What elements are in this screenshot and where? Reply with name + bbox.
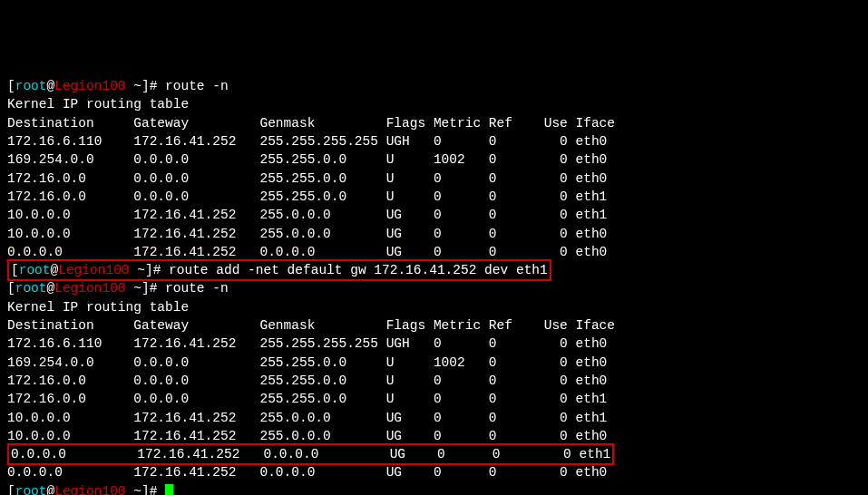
cmd-line-2-wrapper: [root@Legion100 ~]# route add -net defau…	[7, 261, 861, 279]
prompt-close: ]#	[141, 281, 165, 296]
table-header-2: Destination Gateway Genmask Flags Metric…	[7, 316, 861, 335]
prompt-close: ]#	[145, 263, 169, 277]
routing-table-heading-1: Kernel IP routing table	[7, 95, 861, 113]
prompt-at: @	[47, 79, 55, 93]
table-row: 172.16.0.0 0.0.0.0 255.255.0.0 U 0 0 0 e…	[7, 372, 861, 390]
table-row: 10.0.0.0 172.16.41.252 255.0.0.0 UG 0 0 …	[7, 206, 861, 224]
table-row: 169.254.0.0 0.0.0.0 255.255.0.0 U 1002 0…	[7, 150, 861, 169]
cursor-icon	[165, 484, 173, 495]
table-row: 169.254.0.0 0.0.0.0 255.255.0.0 U 1002 0…	[7, 354, 861, 372]
table-row: 172.16.0.0 0.0.0.0 255.255.0.0 U 0 0 0 e…	[7, 188, 861, 206]
prompt-open: [	[7, 79, 15, 93]
prompt-open: [	[7, 281, 15, 296]
prompt-at: @	[47, 281, 55, 296]
prompt-user: root	[15, 79, 47, 93]
cmd-line-1: [root@Legion100 ~]# route -n	[7, 77, 861, 95]
cmd-route-n-1: route -n	[165, 79, 229, 93]
prompt-dir: ~	[130, 263, 145, 277]
table-row: 172.16.6.110 172.16.41.252 255.255.255.2…	[7, 132, 861, 150]
prompt-at: @	[51, 263, 59, 277]
table-row: 0.0.0.0 172.16.41.252 0.0.0.0 UG 0 0 0 e…	[7, 243, 861, 261]
prompt-close: ]#	[141, 484, 165, 495]
table-row: 172.16.0.0 0.0.0.0 255.255.0.0 U 0 0 0 e…	[7, 390, 861, 408]
table-row: 10.0.0.0 172.16.41.252 255.0.0.0 UG 0 0 …	[7, 409, 861, 427]
prompt-dir: ~	[126, 281, 141, 296]
highlight-box-2: 0.0.0.0 172.16.41.252 0.0.0.0 UG 0 0 0 e…	[7, 443, 614, 465]
prompt-dir: ~	[126, 79, 141, 93]
table-row-highlighted: 0.0.0.0 172.16.41.252 0.0.0.0 UG 0 0 0 e…	[7, 445, 861, 463]
table-row: 172.16.6.110 172.16.41.252 255.255.255.2…	[7, 335, 861, 353]
table-row: 172.16.0.0 0.0.0.0 255.255.0.0 U 0 0 0 e…	[7, 170, 861, 188]
prompt-open: [	[11, 263, 19, 277]
cmd-line-3: [root@Legion100 ~]# route -n	[7, 279, 861, 297]
prompt-host: Legion100	[54, 484, 125, 495]
terminal-output[interactable]: [root@Legion100 ~]# route -nKernel IP ro…	[7, 77, 861, 495]
prompt-close: ]#	[141, 79, 165, 93]
cmd-route-n-2: route -n	[165, 281, 229, 296]
routing-table-heading-2: Kernel IP routing table	[7, 298, 861, 316]
prompt-open: [	[7, 484, 15, 495]
prompt-dir: ~	[126, 484, 141, 495]
prompt-at: @	[47, 484, 55, 495]
cmd-line-4[interactable]: [root@Legion100 ~]#	[7, 482, 861, 495]
table-row: 0.0.0.0 172.16.41.252 0.0.0.0 UG 0 0 0 e…	[7, 463, 861, 481]
table-header-1: Destination Gateway Genmask Flags Metric…	[7, 114, 861, 132]
cmd-route-add: route add -net default gw 172.16.41.252 …	[169, 263, 548, 277]
prompt-user: root	[15, 484, 47, 495]
table-row: 10.0.0.0 172.16.41.252 255.0.0.0 UG 0 0 …	[7, 427, 861, 445]
prompt-host: Legion100	[58, 263, 129, 277]
prompt-host: Legion100	[54, 79, 125, 93]
prompt-user: root	[15, 281, 47, 296]
table-row: 10.0.0.0 172.16.41.252 255.0.0.0 UG 0 0 …	[7, 225, 861, 243]
prompt-user: root	[19, 263, 51, 277]
prompt-host: Legion100	[54, 281, 125, 296]
highlight-box-1: [root@Legion100 ~]# route add -net defau…	[7, 259, 551, 281]
